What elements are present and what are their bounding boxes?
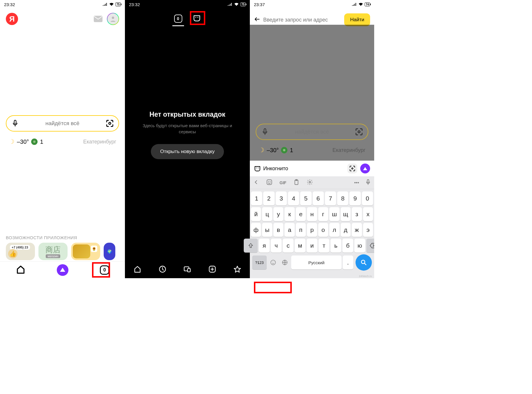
highlight-box xyxy=(92,262,110,278)
app-tile-photo[interactable]: 🌻 xyxy=(71,243,100,260)
key-ы[interactable]: ы xyxy=(262,223,272,237)
key-л[interactable]: л xyxy=(329,223,339,237)
key-и[interactable]: и xyxy=(307,239,317,253)
new-tab-button[interactable]: Открыть новую вкладку xyxy=(151,144,224,159)
kb-gear-icon[interactable] xyxy=(307,179,313,186)
key-т[interactable]: т xyxy=(319,239,329,253)
home-icon[interactable] xyxy=(133,265,142,274)
key-ш[interactable]: ш xyxy=(329,207,339,221)
kb-gif-label[interactable]: GIF xyxy=(280,180,286,185)
dimmed-background: ☽ –30° 1 Екатеринбург xyxy=(250,25,374,164)
avatar[interactable] xyxy=(107,13,119,25)
key-г[interactable]: г xyxy=(318,207,328,221)
lens-icon[interactable] xyxy=(106,119,114,127)
kb-dot-key[interactable]: . xyxy=(343,255,353,269)
kb-back-icon[interactable] xyxy=(253,179,259,186)
search-input[interactable] xyxy=(23,120,102,127)
kb-emoji-key[interactable] xyxy=(268,255,278,269)
key-х[interactable]: х xyxy=(363,207,373,221)
key-1[interactable]: 1 xyxy=(251,191,262,205)
key-к[interactable]: к xyxy=(284,207,294,221)
key-0[interactable]: 0 xyxy=(362,191,373,205)
key-ф[interactable]: ф xyxy=(251,223,261,237)
key-8[interactable]: 8 xyxy=(337,191,348,205)
kb-more-icon[interactable]: ••• xyxy=(354,180,359,185)
key-б[interactable]: б xyxy=(342,239,353,253)
key-м[interactable]: м xyxy=(295,239,305,253)
kb-backspace-key[interactable] xyxy=(366,239,374,253)
key-ю[interactable]: ю xyxy=(354,239,365,253)
incognito-chip[interactable]: Инкогнито xyxy=(254,165,288,172)
key-е[interactable]: е xyxy=(296,207,306,221)
kb-sym-key[interactable]: ?123 xyxy=(252,255,267,269)
key-5[interactable]: 5 xyxy=(300,191,311,205)
key-3[interactable]: 3 xyxy=(276,191,287,205)
kb-space-key[interactable]: Русский xyxy=(291,255,342,269)
photo-thumb xyxy=(73,244,90,258)
key-а[interactable]: а xyxy=(284,223,294,237)
user-icon xyxy=(109,15,116,22)
address-input[interactable] xyxy=(263,17,341,23)
app-tile-phone[interactable]: +7 (495) 23 👍 xyxy=(6,243,35,260)
add-tab-icon[interactable] xyxy=(208,265,216,274)
screen-tabs: 23:32 75 0 Нет открытых вкладок Здесь бу… xyxy=(125,0,250,278)
key-з[interactable]: з xyxy=(352,207,362,221)
key-4[interactable]: 4 xyxy=(288,191,299,205)
key-ц[interactable]: ц xyxy=(262,207,272,221)
key-в[interactable]: в xyxy=(273,223,283,237)
yandex-logo[interactable]: Я xyxy=(6,13,18,25)
key-й[interactable]: й xyxy=(251,207,261,221)
key-о[interactable]: о xyxy=(318,223,328,237)
star-icon[interactable] xyxy=(233,265,241,274)
key-н[interactable]: н xyxy=(307,207,317,221)
key-7[interactable]: 7 xyxy=(325,191,336,205)
key-р[interactable]: р xyxy=(307,223,317,237)
kb-globe-key[interactable] xyxy=(280,255,290,269)
key-д[interactable]: д xyxy=(341,223,351,237)
mic-icon[interactable] xyxy=(11,119,19,127)
svg-point-19 xyxy=(271,260,276,265)
kb-row-num: 1234567890 xyxy=(251,191,373,205)
key-э[interactable]: э xyxy=(363,223,373,237)
mail-icon[interactable] xyxy=(93,15,103,22)
kb-search-key[interactable] xyxy=(356,254,372,271)
kb-sticker-icon[interactable] xyxy=(266,179,273,186)
key-ь[interactable]: ь xyxy=(330,239,341,253)
devices-icon[interactable] xyxy=(183,265,191,274)
kb-clipboard-icon[interactable] xyxy=(293,179,300,186)
find-button[interactable]: Найти xyxy=(344,13,370,26)
key-щ[interactable]: щ xyxy=(341,207,351,221)
weather-row[interactable]: ☽ –30° 1 Екатеринбург xyxy=(0,136,125,148)
app-tile-shop[interactable]: 商店 магазин xyxy=(38,243,68,260)
search-bar[interactable] xyxy=(6,115,119,132)
history-icon[interactable] xyxy=(158,265,167,274)
key-с[interactable]: с xyxy=(283,239,294,253)
svg-point-21 xyxy=(274,262,274,262)
back-icon[interactable] xyxy=(254,16,260,24)
key-ч[interactable]: ч xyxy=(271,239,282,253)
key-ж[interactable]: ж xyxy=(352,223,362,237)
svg-point-9 xyxy=(358,131,360,133)
tab-normal[interactable]: 0 xyxy=(174,15,182,26)
key-2[interactable]: 2 xyxy=(263,191,274,205)
eco-icon xyxy=(281,147,287,153)
lens-icon[interactable] xyxy=(347,164,357,173)
svg-point-20 xyxy=(272,262,273,262)
status-icons: 74 xyxy=(352,2,370,6)
moon-icon: ☽ xyxy=(259,146,264,154)
key-6[interactable]: 6 xyxy=(313,191,324,205)
kb-shift-key[interactable] xyxy=(244,239,258,253)
temperature: –30° xyxy=(267,147,279,154)
alice-icon[interactable] xyxy=(360,164,370,173)
app-tile-globe[interactable]: 🌍 xyxy=(104,243,115,260)
key-9[interactable]: 9 xyxy=(349,191,360,205)
kb-toolbar: GIF ••• xyxy=(250,176,374,189)
key-у[interactable]: у xyxy=(273,207,283,221)
home-icon[interactable] xyxy=(16,265,26,276)
svg-rect-13 xyxy=(267,180,272,185)
empty-subtitle: Здесь будут открытые вами веб-страницы и… xyxy=(134,123,241,135)
alice-icon[interactable] xyxy=(57,264,68,276)
kb-mic-icon[interactable] xyxy=(365,179,371,187)
key-п[interactable]: п xyxy=(296,223,306,237)
key-я[interactable]: я xyxy=(259,239,270,253)
